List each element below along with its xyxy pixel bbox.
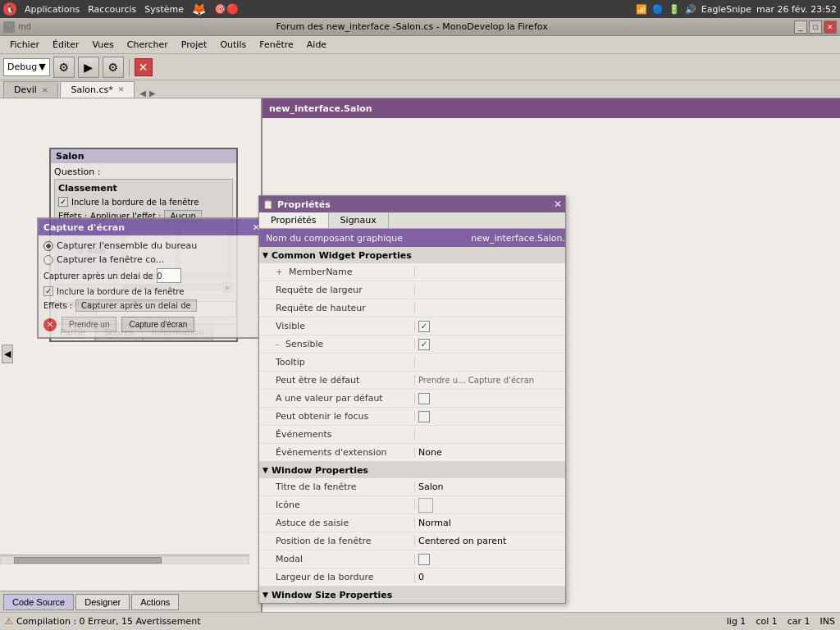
- maximize-button[interactable]: □: [809, 21, 822, 34]
- prop-evenements-ext-value[interactable]: None: [415, 447, 565, 458]
- question-label: Question :: [54, 167, 233, 177]
- system-bar-right: 📶 🔵 🔋 🔊 EagleSnipe mar 26 fév. 23:52: [636, 4, 837, 15]
- prop-bordure-value[interactable]: 0: [415, 572, 565, 582]
- prop-row-largeur: Requête de largeur: [259, 281, 565, 299]
- prop-row-position: Position de la fenêtre Centered on paren…: [259, 532, 565, 550]
- common-arrow-icon: ▼: [262, 251, 268, 259]
- sensible-expand-icon[interactable]: –: [276, 340, 280, 349]
- prop-largeur-label: Requête de largeur: [259, 285, 415, 295]
- radio-window-label: Capturer la fenêtre co...: [57, 254, 164, 265]
- menu-vues[interactable]: Vues: [86, 38, 121, 52]
- window-props-section[interactable]: ▼ Window Properties: [259, 462, 565, 478]
- browser-icon: 🦊: [192, 2, 206, 16]
- tab-salon[interactable]: Salon.cs* ✕: [60, 81, 135, 98]
- membername-text: MemberName: [289, 267, 353, 277]
- prop-visible-value[interactable]: ✓: [415, 321, 565, 332]
- icone-box[interactable]: [418, 498, 433, 513]
- prop-position-value[interactable]: Centered on parent: [415, 536, 565, 546]
- prop-tab-properties[interactable]: Propriétés: [259, 212, 329, 228]
- prop-row-astuce: Astuce de saisie Normal: [259, 514, 565, 532]
- prop-tooltip-label: Tooltip: [259, 357, 415, 368]
- prop-valeur-defaut-label: A une valeur par défaut: [259, 393, 415, 404]
- actions-button[interactable]: Actions: [131, 594, 179, 610]
- capture-dialog: Capture d'écran ✕ Capturer l'ensemble du…: [37, 217, 261, 339]
- prop-evenements-ext-label: Événements d'extension: [259, 447, 415, 458]
- prop-astuce-value[interactable]: Normal: [415, 518, 565, 528]
- component-name-row: Nom du composant graphique new_interface…: [259, 229, 565, 247]
- tab-devil-close[interactable]: ✕: [42, 86, 48, 94]
- extra-icons: 🎯🔴: [214, 3, 239, 15]
- stop-button[interactable]: ✕: [135, 58, 153, 76]
- right-header-text: new_interface.Salon: [269, 103, 372, 114]
- prop-icone-value[interactable]: [415, 498, 565, 513]
- visible-checkbox[interactable]: ✓: [418, 321, 430, 332]
- prop-sensible-value[interactable]: ✓: [415, 339, 565, 350]
- aucun-btn[interactable]: Capturer après un delai de: [75, 299, 197, 312]
- status-message: Compilation : 0 Erreur, 15 Avertissement: [16, 616, 201, 627]
- raccourcis-menu[interactable]: Raccourcis: [88, 4, 136, 15]
- prop-focus-value[interactable]: [415, 411, 565, 422]
- prop-valeur-defaut-value[interactable]: [415, 393, 565, 404]
- menu-projet[interactable]: Projet: [175, 38, 214, 52]
- window-section-label: Window Properties: [272, 465, 368, 476]
- debug-arrow-icon: ▼: [39, 62, 45, 72]
- prop-titre-value[interactable]: Salon: [415, 482, 565, 492]
- radio-window[interactable]: [43, 255, 53, 265]
- menu-fenetre[interactable]: Fenêtre: [253, 38, 300, 52]
- modal-checkbox[interactable]: [418, 554, 430, 565]
- common-props-section[interactable]: ▼ Common Widget Properties: [259, 247, 565, 263]
- h-scrollbar[interactable]: [0, 555, 249, 564]
- tab-salon-close[interactable]: ✕: [118, 85, 125, 94]
- build-button[interactable]: ⚙: [53, 57, 75, 78]
- tab-devil[interactable]: Devil ✕: [3, 81, 58, 98]
- prop-row-tooltip: Tooltip: [259, 354, 565, 372]
- settings-button[interactable]: ⚙: [103, 57, 124, 78]
- properties-title-label: Propriétés: [277, 199, 331, 210]
- app-icon: 🐧: [3, 2, 16, 16]
- prendre-btn[interactable]: Prendre un: [62, 317, 116, 332]
- prop-defaut-value[interactable]: Prendre u... Capture d'écran: [415, 376, 565, 385]
- status-ins: INS: [820, 616, 835, 627]
- border-salon-label: Inclure la bordure de la fenêtre: [71, 198, 199, 207]
- focus-checkbox[interactable]: [418, 411, 430, 422]
- menu-chercher[interactable]: Chercher: [121, 38, 175, 52]
- close-button[interactable]: ✕: [824, 21, 837, 34]
- app-logo: [3, 21, 15, 33]
- valeur-defaut-checkbox[interactable]: [418, 393, 430, 404]
- menu-outils[interactable]: Outils: [213, 38, 253, 52]
- left-panel: Capture d'écran ✕ Capturer l'ensemble du…: [0, 98, 262, 612]
- radio-desktop[interactable]: [43, 241, 53, 251]
- run-button[interactable]: ▶: [78, 57, 99, 78]
- capture-btn[interactable]: Capture d'écran: [121, 317, 194, 332]
- tab-arrow-left[interactable]: ◀: [139, 89, 146, 98]
- cancel-icon[interactable]: ✕: [43, 318, 57, 331]
- prop-evenements-label: Événements: [259, 429, 415, 440]
- left-arrow-btn[interactable]: ◀: [2, 345, 13, 363]
- properties-close-icon[interactable]: ✕: [554, 199, 562, 210]
- prop-modal-value[interactable]: [415, 554, 565, 565]
- apps-menu[interactable]: Applications: [25, 4, 80, 15]
- left-panel-main: Capture d'écran ✕ Capturer l'ensemble du…: [0, 98, 261, 612]
- border-salon-checkbox[interactable]: ✓: [58, 197, 68, 207]
- code-source-button[interactable]: Code Source: [3, 594, 74, 610]
- sensible-checkbox[interactable]: ✓: [418, 339, 430, 350]
- properties-scroll-area[interactable]: ▼ Common Widget Properties + MemberName …: [259, 247, 565, 603]
- prop-row-bordure: Largeur de la bordure 0: [259, 568, 565, 587]
- minimize-button[interactable]: _: [794, 21, 807, 34]
- prop-row-visible: Visible ✓: [259, 317, 565, 336]
- membername-expand-icon[interactable]: +: [276, 267, 282, 276]
- tab-arrow-right[interactable]: ▶: [149, 89, 156, 98]
- prop-row-valeur-defaut: A une valeur par défaut: [259, 390, 565, 408]
- menu-fichier[interactable]: Fichier: [3, 38, 46, 52]
- prop-tab-signals[interactable]: Signaux: [329, 212, 389, 228]
- prop-row-defaut: Peut être le défaut Prendre u... Capture…: [259, 372, 565, 390]
- designer-button[interactable]: Designer: [75, 594, 130, 610]
- systeme-menu[interactable]: Système: [144, 4, 184, 15]
- menu-editer[interactable]: Éditer: [46, 38, 86, 52]
- delay-input[interactable]: [157, 268, 181, 283]
- tab-devil-label: Devil: [14, 84, 37, 95]
- menu-aide[interactable]: Aide: [300, 38, 333, 52]
- border-checkbox[interactable]: ✓: [43, 286, 53, 296]
- debug-combo[interactable]: Debug ▼: [3, 58, 50, 76]
- window-size-props-section[interactable]: ▼ Window Size Properties: [259, 587, 565, 603]
